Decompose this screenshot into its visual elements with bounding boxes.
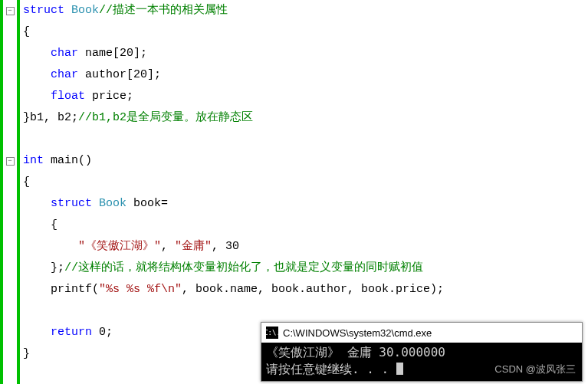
code-line: { — [23, 215, 588, 236]
editor-gutter: − − — [0, 0, 20, 384]
code-line: "《笑傲江湖》", "金庸", 30 — [23, 236, 588, 258]
code-line: struct Book book= — [23, 193, 588, 215]
watermark-text: CSDN @波风张三 — [494, 361, 576, 378]
code-line: char name[20]; — [23, 43, 588, 64]
console-titlebar[interactable]: C:\. C:\WINDOWS\system32\cmd.exe — [261, 323, 582, 343]
code-line: float price; — [23, 86, 588, 107]
code-line: char author[20]; — [23, 64, 588, 86]
code-line: }b1, b2;//b1,b2是全局变量。放在静态区 — [23, 107, 588, 129]
fold-toggle-icon[interactable]: − — [6, 157, 15, 166]
console-title: C:\WINDOWS\system32\cmd.exe — [283, 327, 432, 339]
fold-toggle-icon[interactable]: − — [6, 7, 15, 15]
console-output-line: 《笑傲江湖》 金庸 30.000000 — [266, 344, 577, 361]
code-line — [23, 300, 588, 322]
code-line: printf("%s %s %f\n", book.name, book.aut… — [23, 279, 588, 300]
code-line — [23, 129, 588, 150]
code-line: { — [23, 172, 588, 193]
code-line: int main() — [23, 150, 588, 172]
cmd-icon: C:\. — [266, 327, 278, 339]
code-line: };//这样的话，就将结构体变量初始化了，也就是定义变量的同时赋初值 — [23, 258, 588, 279]
code-line: { — [23, 21, 588, 43]
console-body: 《笑傲江湖》 金庸 30.000000 请按任意键继续. . . CSDN @波… — [261, 343, 582, 381]
cursor-icon — [396, 363, 403, 375]
console-window[interactable]: C:\. C:\WINDOWS\system32\cmd.exe 《笑傲江湖》 … — [261, 322, 583, 382]
code-line: struct Book//描述一本书的相关属性 — [23, 0, 588, 21]
